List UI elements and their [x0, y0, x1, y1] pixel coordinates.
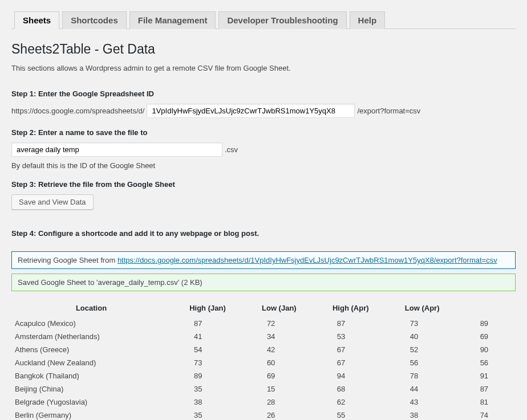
table-row: Berlin (Germany)3526553874 [11, 409, 516, 420]
value-cell: 60 [244, 356, 314, 369]
value-cell: 53 [314, 330, 387, 343]
location-cell: Bangkok (Thailand) [11, 369, 171, 382]
table-row: Bangkok (Thailand)8969947891 [11, 369, 516, 382]
step4-label: Step 4: Configure a shortcode and add it… [11, 229, 516, 238]
table-row: Auckland (New Zealand)7360675656 [11, 356, 516, 369]
location-cell: Berlin (Germany) [11, 409, 171, 420]
value-cell: 87 [314, 317, 387, 330]
filename-input[interactable] [11, 142, 222, 157]
location-cell: Beijing (China) [11, 382, 171, 395]
value-cell: 43 [387, 395, 457, 409]
value-cell: 38 [171, 395, 244, 409]
tab-shortcodes[interactable]: Shortcodes [62, 11, 127, 29]
value-cell: 41 [171, 330, 244, 343]
value-cell: 69 [244, 369, 314, 382]
value-cell: 54 [171, 343, 244, 356]
table-row: Beijing (China)3515684487 [11, 382, 516, 395]
table-header: High (Apr) [314, 299, 387, 317]
step1-url-suffix: /export?format=csv [357, 107, 420, 115]
value-cell: 52 [387, 343, 457, 356]
location-cell: Amsterdam (Netherlands) [11, 330, 171, 343]
tab-bar: SheetsShortcodesFile ManagementDeveloper… [11, 6, 516, 29]
step2-hint: By default this is the ID of the Google … [11, 161, 516, 170]
value-cell: 68 [314, 382, 387, 395]
spreadsheet-id-input[interactable] [147, 104, 355, 118]
table-row: Amsterdam (Netherlands)4134534069 [11, 330, 516, 343]
step2-suffix: .csv [225, 145, 238, 154]
value-cell: 72 [244, 317, 314, 330]
value-cell: 35 [171, 409, 244, 420]
notice-info: Retrieving Google Sheet from https://doc… [11, 251, 516, 269]
step1-label: Step 1: Enter the Google Spreadsheet ID [11, 89, 516, 98]
value-cell: 55 [314, 409, 387, 420]
value-cell: 89 [457, 317, 516, 330]
value-cell: 73 [387, 317, 457, 330]
value-cell: 62 [314, 395, 387, 409]
value-cell: 69 [457, 330, 516, 343]
notice-success: Saved Google Sheet to 'average_daily_tem… [11, 274, 516, 291]
value-cell: 67 [314, 343, 387, 356]
value-cell: 56 [387, 356, 457, 369]
value-cell: 94 [314, 369, 387, 382]
table-header [457, 299, 516, 317]
value-cell: 81 [457, 395, 516, 409]
location-cell: Auckland (New Zealand) [11, 356, 171, 369]
value-cell: 15 [244, 382, 314, 395]
value-cell: 28 [244, 395, 314, 409]
data-table: LocationHigh (Jan)Low (Jan)High (Apr)Low… [11, 299, 516, 420]
table-header: High (Jan) [171, 299, 244, 317]
value-cell: 73 [171, 356, 244, 369]
value-cell: 34 [244, 330, 314, 343]
value-cell: 87 [171, 317, 244, 330]
table-row: Acapulco (Mexico)8772877389 [11, 317, 516, 330]
value-cell: 87 [457, 382, 516, 395]
value-cell: 89 [171, 369, 244, 382]
page-title: Sheets2Table - Get Data [11, 42, 516, 57]
value-cell: 40 [387, 330, 457, 343]
tab-file-management[interactable]: File Management [129, 11, 216, 29]
save-view-data-button[interactable]: Save and View Data [11, 194, 94, 210]
page-description: This sections allows a Wordpress admin t… [11, 64, 516, 72]
location-cell: Athens (Greece) [11, 343, 171, 356]
value-cell: 42 [244, 343, 314, 356]
step1-url-prefix: https://docs.google.com/spreadsheets/d/ [11, 107, 144, 115]
value-cell: 26 [244, 409, 314, 420]
tab-sheets[interactable]: Sheets [14, 11, 59, 29]
location-cell: Acapulco (Mexico) [11, 317, 171, 330]
tab-developer-troubleshooting[interactable]: Developer Troubleshooting [218, 11, 346, 29]
notice-info-text: Retrieving Google Sheet from [18, 256, 117, 264]
notice-info-link[interactable]: https://docs.google.com/spreadsheets/d/1… [117, 256, 497, 264]
value-cell: 91 [457, 369, 516, 382]
step2-label: Step 2: Enter a name to save the file to [11, 128, 516, 137]
value-cell: 90 [457, 343, 516, 356]
value-cell: 35 [171, 382, 244, 395]
step3-label: Step 3: Retrieve the file from the Googl… [11, 180, 516, 189]
table-header: Low (Jan) [244, 299, 314, 317]
table-header: Low (Apr) [387, 299, 457, 317]
value-cell: 67 [314, 356, 387, 369]
value-cell: 74 [457, 409, 516, 420]
location-cell: Belgrade (Yugoslavia) [11, 395, 171, 409]
table-row: Belgrade (Yugoslavia)3828624381 [11, 395, 516, 409]
table-row: Athens (Greece)5442675290 [11, 343, 516, 356]
table-header: Location [11, 299, 171, 317]
value-cell: 44 [387, 382, 457, 395]
value-cell: 38 [387, 409, 457, 420]
value-cell: 56 [457, 356, 516, 369]
tab-help[interactable]: Help [350, 11, 386, 29]
value-cell: 78 [387, 369, 457, 382]
